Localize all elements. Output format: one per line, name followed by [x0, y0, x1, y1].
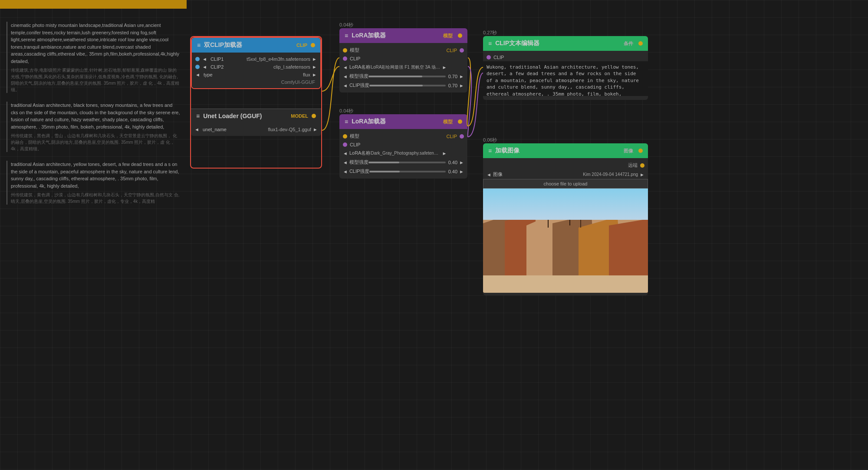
clip1-row: ◄ CLIP1 t5xxl_fp8_e4m3fn.safetensors ►: [192, 55, 320, 63]
lora2-model-strength-row: ◄ 模型强度 0.40 ►: [339, 158, 467, 167]
load-image-remote-port: [640, 163, 644, 168]
lora1-cs-slider[interactable]: [369, 85, 445, 86]
clip-text-body: CLIP Wukong, traditional Asian architect…: [483, 51, 648, 100]
clip-text-clip-row: CLIP: [483, 53, 648, 61]
text-panel: cinematic photo misty mountain landscape…: [0, 0, 187, 321]
lora2-cs-value: 0.40: [448, 169, 457, 174]
lora1-cs-expand: ◄: [343, 83, 348, 88]
clip2-port: [195, 65, 200, 69]
lora1-title: LoRA加载器: [352, 32, 386, 40]
choose-file-button[interactable]: choose file to upload: [483, 179, 648, 189]
lora1-ms-value: 0.70: [448, 74, 457, 79]
lora1-ms-arrow-right: ►: [459, 74, 464, 79]
load-image-filename-row: ◄ 图像 Kim 2024-09-04 144721.png ►: [483, 170, 648, 179]
type-label: type: [204, 72, 213, 77]
lora2-body: 模型 CLIP CLIP ◄ LoRA名称 Dark_Gray_Photogra…: [339, 129, 467, 179]
lora1-ms-slider[interactable]: [368, 76, 446, 77]
clip2-value: clip_l.safetensors: [224, 64, 310, 70]
lora1-cs-arrow-right: ►: [459, 83, 464, 88]
preview-image-svg: [483, 189, 648, 293]
svg-point-3: [579, 198, 631, 214]
load-image-filename-value: Kim 2024-09-04 144721.png: [503, 172, 638, 177]
lora2-name-arrow-right: ►: [442, 151, 447, 156]
svg-point-2: [522, 193, 557, 206]
clip-text-condition-label: 条件: [624, 40, 633, 47]
text-zh-3: 州传统建筑，黄色调，沙漠，山边有几棵枯树和几块石头，天空宁静的氛围,自然与文 合…: [11, 192, 180, 205]
lora2-header[interactable]: ≡ LoRA加载器 模型: [339, 114, 467, 129]
lora2-ms-expand: ◄: [343, 160, 348, 165]
unet-body: ◄ unet_name flux1-dev-Q5_1.gguf ►: [191, 123, 321, 136]
lora1-body: 模型 CLIP CLIP ◄ LoRA名称 LoRA彩绘网最强 F1 黑帆空 3…: [339, 43, 467, 93]
lora2-clip-in-row: CLIP: [339, 141, 467, 149]
lora2-name-value: Dark_Gray_Photography.safetensors: [371, 151, 440, 156]
lora1-model-in-row: 模型 CLIP: [339, 46, 467, 55]
text-zh-2: 州传统建筑，黑色调，雪山，山边有几棵树和几块石头，天空背景是云宁静的氛围， 化的…: [11, 132, 180, 152]
unet-loader-node: ≡ Unet Loader (GGUF) MODEL ◄ unet_name f…: [191, 109, 321, 136]
clip2-label: CLIP2: [210, 64, 224, 70]
load-image-header[interactable]: ≡ 加载图像 图像: [483, 143, 648, 158]
type-arrow-right: ►: [312, 72, 317, 77]
lora2-ms-slider[interactable]: [368, 162, 446, 163]
lora2-cs-arrow-right: ►: [459, 169, 464, 174]
load-image-title: 加载图像: [495, 147, 519, 155]
text-block-2: traditional Asian architecture, black to…: [7, 102, 180, 152]
dual-clip-header[interactable]: ≡ 双CLIP加载器 CLIP: [192, 38, 320, 53]
unet-name-value: flux1-dev-Q5_1.gguf: [227, 127, 311, 132]
load-image-output-label: 图像: [624, 148, 633, 154]
lora1-loader-node: ≡ LoRA加载器 模型 模型 CLIP CLIP ◄ LoRA名称 LoRA彩…: [339, 28, 467, 93]
load-image-remote-label: 远端: [628, 162, 638, 169]
clip-text-menu-icon: ≡: [488, 40, 492, 47]
text-block-3: traditional Asian architecture, yellow t…: [7, 161, 180, 205]
lora2-cs-slider[interactable]: [369, 171, 445, 172]
load-image-image-label: 图像: [493, 171, 503, 178]
lora2-clip-in-port: [343, 142, 347, 147]
lora1-ms-expand: ◄: [343, 74, 348, 79]
unet-header[interactable]: ≡ Unet Loader (GGUF) MODEL: [191, 109, 321, 123]
dual-clip-body: ◄ CLIP1 t5xxl_fp8_e4m3fn.safetensors ► ◄…: [192, 53, 320, 88]
load-image-filename-expand: ◄: [487, 172, 491, 177]
text-zh-1: 传统建筑,古寺,电影级照片 雾蒙蒙的山景,针叶树,岩石地形,郁郁葱葱,森林覆盖的…: [11, 67, 180, 93]
lora2-name-row: ◄ LoRA名称 Dark_Gray_Photography.safetenso…: [339, 149, 467, 158]
lora2-ms-value: 0.40: [448, 160, 457, 165]
lora2-model-out-port: [458, 119, 462, 124]
image-preview: [483, 189, 648, 293]
lora2-title: LoRA加载器: [352, 118, 386, 126]
clip-text-textarea[interactable]: Wukong, traditional Asian architecture, …: [483, 61, 648, 96]
load-image-node: ≡ 加载图像 图像 远端 ◄ 图像 Kim 2024-09-04 144721.…: [483, 143, 648, 295]
clip-text-clip-port: [487, 55, 491, 60]
clip1-arrow-right: ►: [312, 56, 317, 62]
model-output-port: [312, 114, 316, 118]
text-en-3: traditional Asian architecture, yellow t…: [11, 161, 180, 189]
clip1-port: [195, 57, 200, 61]
menu-icon: ≡: [197, 42, 201, 49]
lora2-cs-label: CLIP强度: [349, 168, 369, 175]
clip-text-header[interactable]: ≡ CLIP文本编辑器 条件: [483, 36, 648, 51]
comfy-label: ComfyUI-GGUF: [192, 79, 320, 86]
unet-name-arrow-right: ►: [313, 127, 318, 132]
lora1-name-label: LoRA名称: [349, 64, 371, 70]
lora2-cs-expand: ◄: [343, 169, 348, 174]
unet-menu-icon: ≡: [196, 113, 200, 119]
lora2-ms-label: 模型强度: [349, 159, 368, 165]
unet-name-row: ◄ unet_name flux1-dev-Q5_1.gguf ►: [191, 126, 321, 133]
dual-clip-loader-node: ≡ 双CLIP加载器 CLIP ◄ CLIP1 t5xxl_fp8_e4m3fn…: [191, 37, 321, 89]
clip2-row: ◄ CLIP2 clip_l.safetensors ►: [192, 63, 320, 71]
unet-name-arrow: ◄: [194, 127, 199, 132]
type-row: ◄ type flux ►: [192, 71, 320, 79]
lora1-name-row: ◄ LoRA名称 LoRA彩绘网最强 F1 黑帆空 3A 场景画风_v2.saf…: [339, 63, 467, 72]
lora1-model-strength-row: ◄ 模型强度 0.70 ►: [339, 72, 467, 81]
lora2-clip-out-port: [460, 134, 464, 139]
svg-point-1: [496, 193, 539, 210]
clip2-arrow-right: ►: [312, 64, 317, 70]
lora2-clip-in-label: CLIP: [350, 142, 360, 147]
lora1-cs-label: CLIP强度: [349, 82, 369, 89]
clip1-label: CLIP1: [210, 56, 224, 62]
lora2-ms-arrow-right: ►: [459, 160, 464, 165]
type-arrow: ◄: [195, 72, 200, 77]
lora1-clip-out-label: CLIP: [359, 48, 457, 53]
lora1-header[interactable]: ≡ LoRA加载器 模型: [339, 28, 467, 43]
lora1-name-arrow-right: ►: [442, 65, 447, 70]
clip1-value: t5xxl_fp8_e4m3fn.safetensors: [224, 56, 310, 62]
clip-text-encoder-node: ≡ CLIP文本编辑器 条件 CLIP Wukong, traditional …: [483, 36, 648, 100]
lora1-model-in-label: 模型: [350, 47, 359, 53]
